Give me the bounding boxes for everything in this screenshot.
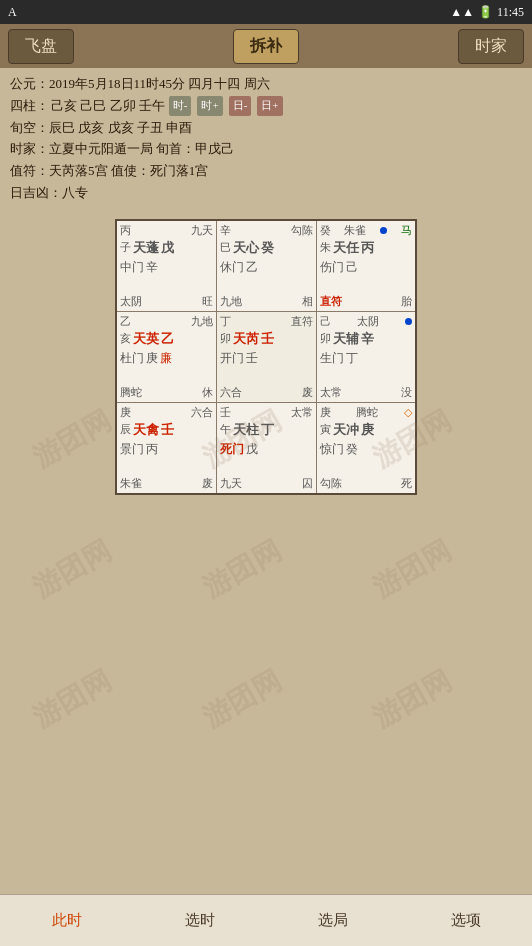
c6-shen-bot: 太常 [320, 385, 342, 400]
c5-men: 开门 [220, 350, 244, 367]
c7-shen-bot: 朱雀 [120, 476, 142, 491]
zhifu-info: 值符：天芮落5宫 值使：死门落1宫 [10, 161, 208, 182]
wm9: 游团网 [366, 662, 458, 737]
c3-dot [380, 227, 387, 234]
xunkong-info: 旬空：辰巳 戊亥 戊亥 子丑 申酉 [10, 118, 192, 139]
tab-xuanxiang[interactable]: 选项 [399, 895, 532, 946]
c7-tianxing: 天禽 [133, 421, 159, 439]
wm4: 游团网 [26, 532, 118, 607]
grid-cell-center: 丁 直符 卯 天芮 壬 开门 壬 六合 [216, 311, 316, 402]
c4-shen-bot: 腾蛇 [120, 385, 142, 400]
c1-ganzhi-left: 子 [120, 240, 131, 255]
c6-tianxing: 天辅 [333, 330, 359, 348]
c4-stem: 乙 [161, 330, 174, 348]
info-row-1: 公元：2019年5月18日11时45分 四月十四 周六 [10, 74, 522, 95]
c2-tianxing: 天心 [233, 239, 259, 257]
shijia-button[interactable]: 时家 [458, 29, 524, 64]
c3-tianxing: 天任 [333, 239, 359, 257]
c2-stem: 癸 [261, 239, 274, 257]
grid-cell-ne: 癸 朱雀 马 朱 天任 丙 伤门 己 [316, 220, 416, 312]
c2-shen-bot: 九地 [220, 294, 242, 309]
shijia-info: 时家：立夏中元阳遁一局 旬首：甲戊己 [10, 139, 234, 160]
c9-gz-left: 寅 [320, 422, 331, 437]
grid-cell-e: 己 太阴 卯 天辅 辛 生门 丁 [316, 311, 416, 402]
c9-status: 死 [401, 476, 412, 491]
c6-stem: 辛 [361, 330, 374, 348]
c6-gz-left: 卯 [320, 331, 331, 346]
info-row-4: 时家：立夏中元阳遁一局 旬首：甲戊己 [10, 139, 522, 160]
c8-tianxing: 天柱 [233, 421, 259, 439]
status-bar: A ▲▲ 🔋 11:45 [0, 0, 532, 24]
c9-men: 惊门 [320, 441, 344, 458]
c4-shen: 九地 [191, 314, 213, 329]
status-left: A [8, 5, 17, 20]
status-right: ▲▲ 🔋 11:45 [450, 5, 524, 20]
c5-gz-left: 卯 [220, 331, 231, 346]
tag-day-minus: 日- [229, 96, 252, 116]
c9-shen: 腾蛇 [356, 405, 378, 420]
c4-left-top: 乙 [120, 314, 131, 329]
c7-stem: 壬 [161, 421, 174, 439]
c7-shen: 六合 [191, 405, 213, 420]
c4-status: 休 [202, 385, 213, 400]
signal-icon: ▲▲ [450, 5, 474, 20]
c3-men: 伤门 [320, 259, 344, 276]
info-row-2: 四柱： 己亥 己巳 乙卯 壬午 时- 时+ 日- 日+ [10, 96, 522, 117]
sizhu-label: 四柱： [10, 96, 49, 117]
c8-shen-bot: 九天 [220, 476, 242, 491]
c3-status: 胎 [401, 294, 412, 309]
bottom-tabs: 此时 选时 选局 选项 [0, 894, 532, 946]
c4-lian: 廉 [160, 350, 172, 367]
c1-shen-bot: 太阴 [120, 294, 142, 309]
c9-stem2: 癸 [346, 441, 358, 458]
c7-gz-left: 辰 [120, 422, 131, 437]
feipan-button[interactable]: 飞盘 [8, 29, 74, 64]
c8-stem2: 戊 [246, 441, 258, 458]
c5-stem: 壬 [261, 330, 274, 348]
c2-status: 相 [302, 294, 313, 309]
top-nav: 飞盘 拆补 时家 [0, 24, 532, 68]
c6-stem2: 丁 [346, 350, 358, 367]
wm8: 游团网 [196, 662, 288, 737]
tab-xuanju[interactable]: 选局 [266, 895, 399, 946]
c8-men: 死门 [220, 441, 244, 458]
c4-stem2: 庚 [146, 350, 158, 367]
c7-status: 废 [202, 476, 213, 491]
wm6: 游团网 [366, 532, 458, 607]
battery-icon: 🔋 [478, 5, 493, 20]
tag-time-minus: 时- [169, 96, 192, 116]
grid-table: 丙 九天 子 天蓬 戊 中门 辛 太阴 [115, 219, 417, 495]
c6-left-top: 己 [320, 314, 331, 329]
grid-cell-n: 辛 勾陈 巳 天心 癸 休门 乙 九地 [216, 220, 316, 312]
c6-shen: 太阴 [357, 314, 379, 329]
c5-shen-bot: 六合 [220, 385, 242, 400]
grid-cell-w: 乙 九地 亥 天英 乙 杜门 庚 廉 [116, 311, 216, 402]
c9-stem: 庚 [361, 421, 374, 439]
wm7: 游团网 [26, 662, 118, 737]
c2-men: 休门 [220, 259, 244, 276]
info-row-5: 值符：天芮落5宫 值使：死门落1宫 [10, 161, 522, 182]
c5-tianxing: 天芮 [233, 330, 259, 348]
c1-stem2: 辛 [146, 259, 158, 276]
c1-shen: 九天 [191, 223, 213, 238]
grid-cell-sw: 庚 六合 辰 天禽 壬 景门 丙 朱雀 [116, 402, 216, 494]
c5-stem2: 壬 [246, 350, 258, 367]
c1-stem: 戊 [161, 239, 174, 257]
tab-xuanshi[interactable]: 选时 [133, 895, 266, 946]
c4-men: 杜门 [120, 350, 144, 367]
tab-cishi[interactable]: 此时 [0, 895, 133, 946]
chabu-button[interactable]: 拆补 [233, 29, 299, 64]
c3-zhifu: 直符 [320, 294, 342, 309]
sizhu-value: 己亥 己巳 乙卯 壬午 [51, 96, 165, 117]
c1-left-top: 丙 [120, 223, 131, 238]
info-row-3: 旬空：辰巳 戊亥 戊亥 子丑 申酉 [10, 118, 522, 139]
c4-gz-left: 亥 [120, 331, 131, 346]
c5-left-top: 丁 [220, 314, 231, 329]
c3-stem: 丙 [361, 239, 374, 257]
status-app-icon: A [8, 5, 17, 20]
c9-diamond: ◇ [404, 406, 412, 419]
c8-gz-left: 午 [220, 422, 231, 437]
c2-stem2: 乙 [246, 259, 258, 276]
c1-tianxing: 天蓬 [133, 239, 159, 257]
c3-ma: 马 [401, 223, 412, 238]
